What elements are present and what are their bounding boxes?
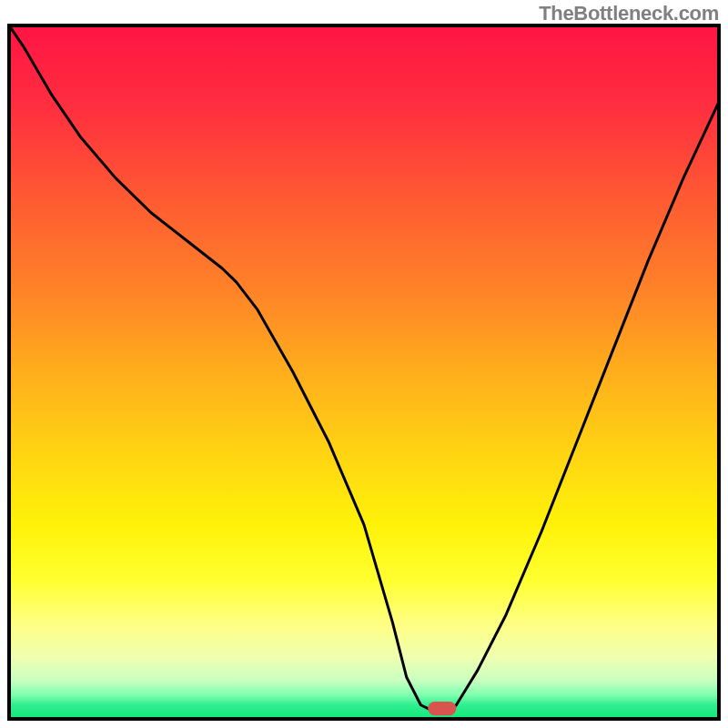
watermark-text: TheBottleneck.com: [539, 2, 719, 25]
gradient-background: [9, 25, 719, 719]
chart-container: { "watermark": "TheBottleneck.com", "cha…: [0, 0, 728, 728]
optimal-marker: [428, 702, 456, 715]
bottleneck-chart: [0, 0, 728, 728]
